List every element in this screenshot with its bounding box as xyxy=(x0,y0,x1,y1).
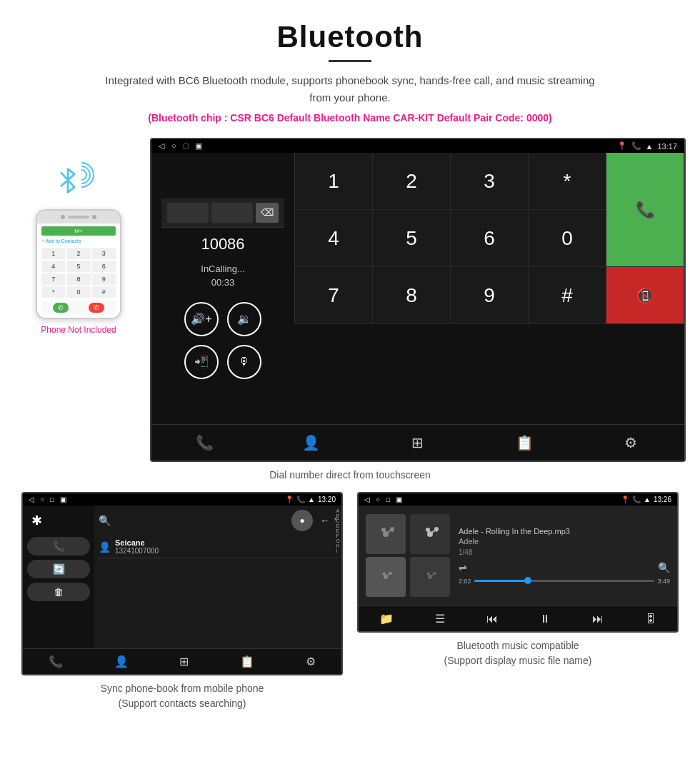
numpad-key-hash[interactable]: # xyxy=(529,267,606,324)
pb-dialpad-tab[interactable]: ⊞ xyxy=(179,655,189,668)
phone-tab-btn[interactable]: 📞 xyxy=(187,432,223,453)
music-progress-bar[interactable] xyxy=(474,580,655,582)
volume-down-btn[interactable]: 🔉 xyxy=(227,302,261,336)
pb-alpha-H: H xyxy=(336,543,340,548)
numpad-key-5[interactable]: 5 xyxy=(373,210,451,267)
music-nav-back[interactable]: ◁ xyxy=(364,496,370,503)
numpad-key-star[interactable]: * xyxy=(529,153,606,210)
music-song-name: Adele - Rolling In the Deep.mp3 xyxy=(459,527,670,536)
numpad-key-0[interactable]: 0 xyxy=(529,210,606,267)
page-title: Bluetooth xyxy=(29,20,671,54)
header-specs: (Bluetooth chip : CSR BC6 Default Blueto… xyxy=(29,112,671,124)
car-screen[interactable]: ◁ ○ □ ▣ 📍 📞 ▲ 13:17 ⌫ xyxy=(150,138,686,462)
clock: 13:17 xyxy=(657,142,677,151)
pb-phone-tab[interactable]: 📞 xyxy=(49,655,63,668)
dialpad-tab-btn[interactable]: ⊞ xyxy=(400,432,436,453)
music-track-count: 1/48 xyxy=(459,548,670,556)
pb-settings-tab[interactable]: ⚙ xyxy=(306,655,316,668)
numpad-key-7[interactable]: 7 xyxy=(295,267,373,324)
numpad-key-9[interactable]: 9 xyxy=(451,267,529,324)
contacts-tab-btn[interactable]: 👤 xyxy=(294,432,329,453)
phone-key-9: 9 xyxy=(92,273,116,285)
music-nav-home[interactable]: ○ xyxy=(376,496,380,503)
nav-back-icon[interactable]: ◁ xyxy=(159,141,164,151)
pb-signal-icon: ▲ xyxy=(308,496,315,503)
music-thumb-4 xyxy=(410,557,450,597)
phonebook-caption: Sync phone-book from mobile phone (Suppo… xyxy=(101,681,264,711)
pb-circle-btn[interactable]: ● xyxy=(291,510,313,531)
music-progress-row: 2:02 3:49 xyxy=(459,578,670,585)
numpad-key-4[interactable]: 4 xyxy=(295,210,373,267)
music-caption-line2: (Support display music file name) xyxy=(444,655,592,666)
pb-contact-avatar-icon: 👤 xyxy=(99,541,111,553)
phone-sensor-dot xyxy=(92,215,96,219)
pb-contacts-tab[interactable]: 👤 xyxy=(114,655,129,668)
pb-nav-recent[interactable]: □ xyxy=(50,496,54,503)
numpad-key-1[interactable]: 1 xyxy=(295,153,373,210)
volume-up-btn[interactable]: 🔊+ xyxy=(184,302,219,336)
music-nav-cast[interactable]: ▣ xyxy=(396,496,402,503)
call-answer-btn[interactable]: 📞 xyxy=(606,153,684,267)
music-next-btn[interactable]: ⏭ xyxy=(592,613,604,625)
music-progress-fill xyxy=(474,580,529,582)
header-divider xyxy=(329,60,371,62)
volume-up-icon: 🔊+ xyxy=(191,312,211,326)
music-list-btn[interactable]: ☰ xyxy=(435,612,445,625)
nav-cast-icon[interactable]: ▣ xyxy=(195,141,202,151)
music-nav-recent[interactable]: □ xyxy=(386,496,390,503)
pb-nav-cast[interactable]: ▣ xyxy=(60,496,66,503)
phone-dialpad: 1 2 3 4 5 6 7 8 9 * 0 # xyxy=(41,248,116,298)
music-prev-btn[interactable]: ⏮ xyxy=(486,613,498,625)
numpad-key-6[interactable]: 6 xyxy=(451,210,529,267)
numpad-key-2[interactable]: 2 xyxy=(373,153,451,210)
settings-tab-icon: ⚙ xyxy=(624,434,637,451)
nav-recent-icon[interactable]: □ xyxy=(184,141,189,151)
phonebook-screen[interactable]: ◁ ○ □ ▣ 📍 📞 ▲ 13:20 ✱ 📞 🔄 🗑 xyxy=(21,492,343,675)
pb-sync-btn[interactable]: 🔄 xyxy=(27,560,90,578)
numpad-key-3[interactable]: 3 xyxy=(451,153,529,210)
pb-contact-row[interactable]: 👤 Seicane 13241007000 xyxy=(99,536,337,558)
numpad-key-8[interactable]: 8 xyxy=(373,267,451,324)
dialpad-tab-icon: ⊞ xyxy=(411,434,424,451)
shuffle-icon[interactable]: ⇌ xyxy=(459,562,467,573)
music-folder-btn[interactable]: 📁 xyxy=(379,612,394,625)
pb-nav-home[interactable]: ○ xyxy=(40,496,44,503)
mic-btn[interactable]: 🎙 xyxy=(227,345,261,379)
phonebook-card: ◁ ○ □ ▣ 📍 📞 ▲ 13:20 ✱ 📞 🔄 🗑 xyxy=(14,492,350,711)
phonebook-caption-line1: Sync phone-book from mobile phone xyxy=(101,683,264,694)
pb-search-icon: 🔍 xyxy=(99,515,111,526)
pb-call-btn[interactable]: 📞 xyxy=(27,537,90,556)
pb-search-row: 🔍 ● ← * xyxy=(99,510,337,531)
phone-tab-icon: 📞 xyxy=(196,434,214,451)
nav-home-icon[interactable]: ○ xyxy=(171,141,176,151)
messages-tab-btn[interactable]: 📋 xyxy=(506,432,542,453)
music-search-icon[interactable]: 🔍 xyxy=(658,562,670,573)
music-equalizer-btn[interactable]: 🎛 xyxy=(645,613,656,625)
settings-tab-btn[interactable]: ⚙ xyxy=(613,432,649,453)
pb-back-arrow-icon[interactable]: ← xyxy=(320,515,330,526)
music-progress-dot xyxy=(524,577,531,584)
music-screen[interactable]: ◁ ○ □ ▣ 📍 📞 ▲ 13:26 xyxy=(357,492,679,633)
pb-messages-tab[interactable]: 📋 xyxy=(240,655,254,668)
pb-bottom-bar: 📞 👤 ⊞ 📋 ⚙ xyxy=(23,648,341,674)
pb-location-icon: 📍 xyxy=(285,496,294,503)
music-bottom-bar: 📁 ☰ ⏮ ⏸ ⏭ 🎛 xyxy=(359,605,677,631)
end-call-icon: 📵 xyxy=(636,287,654,304)
pb-alpha-D: D xyxy=(336,523,340,528)
pb-delete-btn[interactable]: 🗑 xyxy=(27,583,90,601)
phone-speaker xyxy=(68,216,89,218)
phone-key-star: * xyxy=(41,286,65,298)
pb-nav-back[interactable]: ◁ xyxy=(29,496,34,503)
wifi-icon: ▲ xyxy=(646,142,654,151)
music-artist: Adele xyxy=(459,537,670,546)
transfer-btn[interactable]: 📲 xyxy=(184,345,219,379)
car-left-panel: ⌫ 10086 InCalling... 00:33 🔊+ 🔉 📲 xyxy=(151,153,294,424)
call-end-btn[interactable]: 📵 xyxy=(606,267,684,324)
music-controls-top: ⇌ 🔍 xyxy=(459,562,670,573)
music-body: Adele - Rolling In the Deep.mp3 Adele 1/… xyxy=(359,506,677,605)
pb-alpha-A: A xyxy=(336,508,340,513)
pb-alpha-I: I xyxy=(336,548,340,553)
music-play-btn[interactable]: ⏸ xyxy=(539,613,551,625)
pb-alphabet-list: A B C D E F G H I xyxy=(335,506,341,556)
car-call-status: InCalling... xyxy=(201,263,244,274)
